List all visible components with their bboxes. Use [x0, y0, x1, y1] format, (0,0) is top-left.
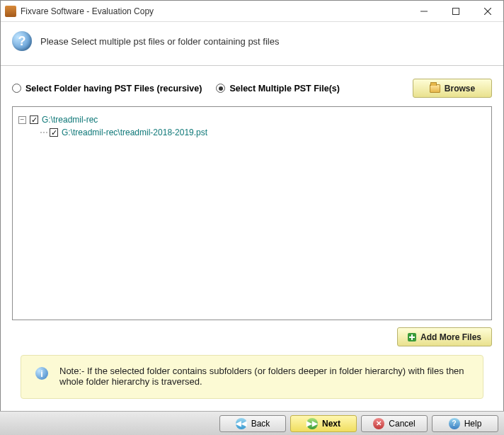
tree-child-label: G:\treadmil-rec\treadmil-2018-2019.pst: [62, 128, 207, 137]
page-header: ? Please Select multiple pst files or fo…: [1, 22, 503, 66]
help-icon: ?: [449, 418, 460, 429]
tree-root-label: G:\treadmil-rec: [42, 115, 98, 125]
footer: ◀◀ Back ▶▶ Next ✕ Cancel ? Help: [0, 411, 504, 435]
tree-child[interactable]: ⋯ G:\treadmil-rec\treadmil-2018-2019.pst: [40, 127, 486, 138]
radio-label: Select Folder having PST Files (recursiv…: [25, 84, 202, 94]
add-more-label: Add More Files: [420, 332, 481, 342]
note-text: Note:- If the selected folder contains s…: [59, 366, 471, 387]
cancel-button[interactable]: ✕ Cancel: [361, 415, 428, 432]
option-row: Select Folder having PST Files (recursiv…: [12, 79, 492, 98]
add-more-files-button[interactable]: Add More Files: [397, 327, 492, 346]
svg-rect-1: [452, 8, 459, 14]
radio-icon: [12, 84, 21, 93]
back-icon: ◀◀: [236, 418, 247, 429]
radio-folder-recursive[interactable]: Select Folder having PST Files (recursiv…: [12, 84, 202, 94]
folder-icon: [430, 84, 440, 93]
help-button[interactable]: ? Help: [432, 415, 498, 432]
app-icon: [5, 6, 16, 17]
browse-button[interactable]: Browse: [413, 79, 492, 98]
content-area: Select Folder having PST Files (recursiv…: [1, 66, 503, 399]
radio-multiple-files[interactable]: Select Multiple PST File(s): [216, 84, 340, 94]
next-button[interactable]: ▶▶ Next: [290, 415, 357, 432]
minimize-button[interactable]: [408, 1, 440, 22]
next-label: Next: [322, 419, 340, 429]
help-label: Help: [464, 419, 482, 429]
collapse-icon[interactable]: −: [18, 116, 26, 124]
radio-label: Select Multiple PST File(s): [229, 84, 340, 94]
tree-root[interactable]: − G:\treadmil-rec: [18, 114, 486, 125]
question-icon: ?: [12, 31, 32, 51]
radio-icon: [216, 84, 225, 93]
add-more-row: Add More Files: [12, 327, 492, 346]
cancel-label: Cancel: [389, 419, 415, 429]
info-icon: i: [35, 367, 48, 380]
page-headline: Please Select multiple pst files or fold…: [40, 36, 279, 47]
next-icon: ▶▶: [307, 418, 318, 429]
back-label: Back: [251, 419, 270, 429]
cancel-icon: ✕: [373, 418, 384, 429]
back-button[interactable]: ◀◀ Back: [219, 415, 286, 432]
checkbox[interactable]: [50, 128, 58, 137]
maximize-button[interactable]: [440, 1, 471, 22]
titlebar: Fixvare Software - Evaluation Copy: [1, 1, 503, 22]
note-box: i Note:- If the selected folder contains…: [21, 355, 483, 399]
close-button[interactable]: [471, 1, 503, 22]
checkbox[interactable]: [30, 115, 38, 124]
window-title: Fixvare Software - Evaluation Copy: [21, 6, 408, 16]
tree-connector-icon: ⋯: [40, 128, 47, 137]
file-tree[interactable]: − G:\treadmil-rec ⋯ G:\treadmil-rec\trea…: [12, 106, 492, 320]
browse-label: Browse: [445, 84, 475, 94]
plus-icon: [408, 333, 416, 341]
